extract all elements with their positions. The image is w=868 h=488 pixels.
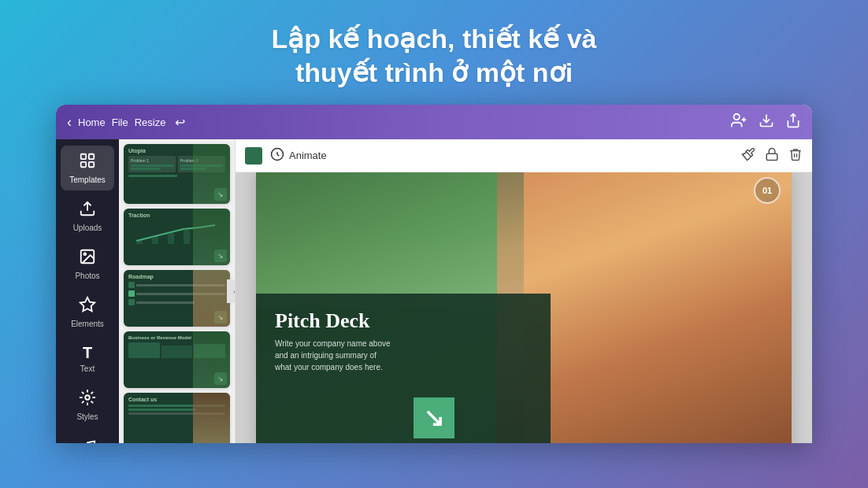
slide-number: 01 <box>754 177 781 204</box>
elements-icon <box>79 296 96 317</box>
svg-rect-21 <box>766 153 777 160</box>
toolbar: ‹ Home File Resize ↩ <box>56 105 812 139</box>
templates-icon <box>79 152 96 173</box>
template-card-roadmap[interactable]: Roadmap <box>124 270 230 327</box>
styles-icon <box>79 389 96 410</box>
svg-rect-8 <box>89 162 94 167</box>
sidebar-item-uploads[interactable]: Uploads <box>61 194 114 238</box>
svg-rect-7 <box>81 162 86 167</box>
slide-arrow-box <box>414 397 454 438</box>
canvas-area[interactable]: Pitch Deck Write your company name above… <box>236 172 812 443</box>
music-icon <box>79 437 96 443</box>
photos-icon <box>79 248 96 269</box>
svg-point-13 <box>85 395 90 400</box>
svg-rect-18 <box>168 233 174 244</box>
template-card-contact[interactable]: Contact us <box>124 393 230 443</box>
home-nav[interactable]: Home <box>78 116 106 128</box>
templates-label: Templates <box>69 176 106 184</box>
templates-panel: Utopia Problem 1 Problem 2 <box>119 139 236 443</box>
elements-label: Elements <box>71 320 104 328</box>
sub-toolbar-right <box>741 147 803 165</box>
template-card-utopia[interactable]: Utopia Problem 1 Problem 2 <box>124 144 230 204</box>
hero-section: Lập kế hoạch, thiết kế và thuyết trình ở… <box>272 0 597 105</box>
lock-icon[interactable] <box>765 147 779 165</box>
panel-collapse-button[interactable]: ‹ <box>227 279 236 303</box>
svg-rect-19 <box>184 229 190 244</box>
slide-canvas: Pitch Deck Write your company name above… <box>256 172 792 443</box>
slide-pitch-title: Pitch Deck <box>275 309 532 333</box>
svg-rect-6 <box>89 154 94 159</box>
animate-label: Animate <box>289 150 327 161</box>
sidebar-item-photos[interactable]: Photos <box>61 242 114 287</box>
toolbar-right <box>730 112 801 133</box>
svg-marker-12 <box>80 298 95 311</box>
sidebar-item-templates[interactable]: Templates <box>61 146 114 190</box>
styles-label: Styles <box>76 412 98 421</box>
sidebar-item-styles[interactable]: Styles <box>61 383 114 427</box>
svg-rect-5 <box>81 154 86 159</box>
svg-point-0 <box>734 113 740 119</box>
resize-nav[interactable]: Resize <box>135 116 166 128</box>
editor-area: Animate <box>236 139 812 443</box>
sub-toolbar: Animate <box>236 139 812 172</box>
uploads-label: Uploads <box>73 224 102 232</box>
text-label: Text <box>80 364 95 373</box>
svg-rect-16 <box>136 241 143 244</box>
text-icon: T <box>83 344 92 362</box>
file-nav[interactable]: File <box>112 116 128 128</box>
slide-description: Write your company name above and an int… <box>275 338 532 373</box>
download-icon[interactable] <box>759 113 774 132</box>
sidebar-item-music[interactable] <box>61 431 114 443</box>
color-swatch[interactable] <box>245 147 262 165</box>
main-area: Templates Uploads <box>56 139 812 443</box>
animate-icon <box>270 147 284 165</box>
hero-title-line2: thuyết trình ở một nơi <box>295 57 573 87</box>
sidebar: Templates Uploads <box>56 139 119 443</box>
share-person-icon[interactable] <box>730 112 747 133</box>
svg-rect-17 <box>152 237 158 244</box>
slide-text-overlay: Pitch Deck Write your company name above… <box>256 294 551 443</box>
sidebar-item-elements[interactable]: Elements <box>61 290 114 335</box>
animate-button[interactable]: Animate <box>270 147 327 165</box>
paintbrush-icon[interactable] <box>741 147 755 165</box>
template-card-business[interactable]: Business or Revenue Model ↘ <box>124 331 230 388</box>
uploads-icon <box>79 200 96 221</box>
hero-title-line1: Lập kế hoạch, thiết kế và <box>272 24 597 54</box>
svg-line-22 <box>428 412 440 424</box>
back-button[interactable]: ‹ <box>67 114 72 131</box>
template-card-traction[interactable]: Traction ↘ <box>124 209 230 265</box>
undo-button[interactable]: ↩ <box>175 115 185 130</box>
hero-title: Lập kế hoạch, thiết kế và thuyết trình ở… <box>272 22 597 89</box>
photos-label: Photos <box>75 272 99 280</box>
share-upload-icon[interactable] <box>785 113 801 132</box>
app-window: ‹ Home File Resize ↩ <box>56 105 812 443</box>
delete-icon[interactable] <box>788 147 803 165</box>
toolbar-left: ‹ Home File Resize ↩ <box>67 114 722 131</box>
sidebar-item-text[interactable]: T Text <box>61 338 114 379</box>
svg-point-11 <box>83 253 86 255</box>
